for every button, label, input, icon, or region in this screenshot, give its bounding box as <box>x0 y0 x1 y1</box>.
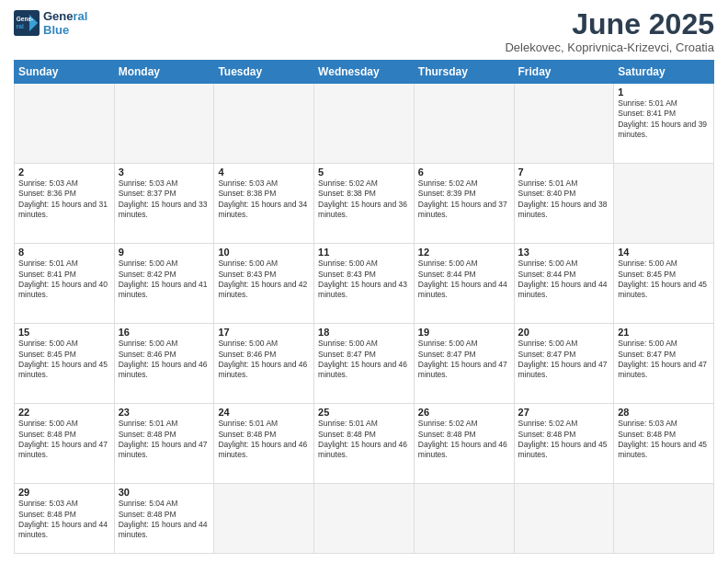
col-friday: Friday <box>514 61 614 84</box>
table-row: 15Sunrise: 5:00 AMSunset: 8:45 PMDayligh… <box>15 324 115 404</box>
day-detail: Sunrise: 5:03 AMSunset: 8:38 PMDaylight:… <box>218 178 310 221</box>
day-detail: Sunrise: 5:00 AMSunset: 8:42 PMDaylight:… <box>119 259 210 301</box>
table-row: 25Sunrise: 5:01 AMSunset: 8:48 PMDayligh… <box>314 404 415 484</box>
table-row: 19Sunrise: 5:00 AMSunset: 8:47 PMDayligh… <box>414 324 514 404</box>
day-detail: Sunrise: 5:00 AMSunset: 8:48 PMDaylight:… <box>18 419 110 461</box>
col-tuesday: Tuesday <box>214 61 314 84</box>
calendar-header-row: Sunday Monday Tuesday Wednesday Thursday… <box>15 61 714 84</box>
day-detail: Sunrise: 5:01 AMSunset: 8:41 PMDaylight:… <box>618 98 710 141</box>
location: Delekovec, Koprivnica-Krizevci, Croatia <box>505 40 714 54</box>
logo-icon: Gene- ral <box>14 10 40 36</box>
day-detail: Sunrise: 5:03 AMSunset: 8:36 PMDaylight:… <box>18 178 110 221</box>
day-number: 7 <box>518 167 610 178</box>
day-detail: Sunrise: 5:00 AMSunset: 8:43 PMDaylight:… <box>218 259 310 301</box>
day-number: 4 <box>218 167 310 178</box>
table-row <box>414 484 514 554</box>
month-title: June 2025 <box>505 9 714 39</box>
day-number: 24 <box>218 407 310 418</box>
day-number: 30 <box>119 487 210 498</box>
table-row: 26Sunrise: 5:02 AMSunset: 8:48 PMDayligh… <box>414 404 514 484</box>
day-detail: Sunrise: 5:00 AMSunset: 8:46 PMDaylight:… <box>218 339 310 381</box>
day-number: 11 <box>318 247 410 258</box>
table-row: 30Sunrise: 5:04 AMSunset: 8:48 PMDayligh… <box>114 484 214 554</box>
day-number: 3 <box>119 167 210 178</box>
table-row: 13Sunrise: 5:00 AMSunset: 8:44 PMDayligh… <box>514 244 614 324</box>
table-row <box>414 84 514 164</box>
svg-text:Gene-: Gene- <box>17 16 33 22</box>
day-detail: Sunrise: 5:02 AMSunset: 8:39 PMDaylight:… <box>418 178 510 221</box>
day-detail: Sunrise: 5:00 AMSunset: 8:43 PMDaylight:… <box>318 259 410 301</box>
col-saturday: Saturday <box>614 61 714 84</box>
table-row: 27Sunrise: 5:02 AMSunset: 8:48 PMDayligh… <box>514 404 614 484</box>
day-detail: Sunrise: 5:00 AMSunset: 8:47 PMDaylight:… <box>618 339 710 381</box>
day-number: 13 <box>518 247 610 258</box>
day-number: 22 <box>18 407 110 418</box>
col-sunday: Sunday <box>15 61 115 84</box>
day-number: 27 <box>518 407 610 418</box>
table-row: 2Sunrise: 5:03 AMSunset: 8:36 PMDaylight… <box>15 164 115 244</box>
day-number: 25 <box>318 407 410 418</box>
table-row <box>514 84 614 164</box>
day-number: 8 <box>18 247 110 258</box>
day-number: 23 <box>119 407 210 418</box>
day-number: 10 <box>218 247 310 258</box>
table-row: 24Sunrise: 5:01 AMSunset: 8:48 PMDayligh… <box>214 404 314 484</box>
col-monday: Monday <box>114 61 214 84</box>
table-row: 18Sunrise: 5:00 AMSunset: 8:47 PMDayligh… <box>314 324 415 404</box>
day-detail: Sunrise: 5:01 AMSunset: 8:40 PMDaylight:… <box>518 178 610 221</box>
table-row: 6Sunrise: 5:02 AMSunset: 8:39 PMDaylight… <box>414 164 514 244</box>
table-row: 7Sunrise: 5:01 AMSunset: 8:40 PMDaylight… <box>514 164 614 244</box>
day-number: 9 <box>119 247 210 258</box>
day-detail: Sunrise: 5:02 AMSunset: 8:48 PMDaylight:… <box>418 419 510 461</box>
table-row <box>214 484 314 554</box>
day-number: 12 <box>418 247 510 258</box>
day-detail: Sunrise: 5:00 AMSunset: 8:46 PMDaylight:… <box>119 339 210 381</box>
day-detail: Sunrise: 5:03 AMSunset: 8:48 PMDaylight:… <box>618 419 710 461</box>
day-detail: Sunrise: 5:04 AMSunset: 8:48 PMDaylight:… <box>119 499 210 541</box>
day-number: 1 <box>618 86 710 98</box>
day-detail: Sunrise: 5:02 AMSunset: 8:48 PMDaylight:… <box>518 419 610 461</box>
day-number: 26 <box>418 407 510 418</box>
day-detail: Sunrise: 5:00 AMSunset: 8:44 PMDaylight:… <box>418 259 510 301</box>
day-number: 14 <box>618 247 710 258</box>
table-row: 16Sunrise: 5:00 AMSunset: 8:46 PMDayligh… <box>114 324 214 404</box>
table-row <box>314 484 415 554</box>
day-number: 16 <box>119 327 210 338</box>
table-row: 4Sunrise: 5:03 AMSunset: 8:38 PMDaylight… <box>214 164 314 244</box>
day-number: 18 <box>318 327 410 338</box>
table-row: 14Sunrise: 5:00 AMSunset: 8:45 PMDayligh… <box>614 244 714 324</box>
header: Gene- ral General Blue June 2025 Delekov… <box>14 9 714 54</box>
day-detail: Sunrise: 5:00 AMSunset: 8:44 PMDaylight:… <box>518 259 610 301</box>
table-row: 22Sunrise: 5:00 AMSunset: 8:48 PMDayligh… <box>15 404 115 484</box>
table-row: 17Sunrise: 5:00 AMSunset: 8:46 PMDayligh… <box>214 324 314 404</box>
day-number: 21 <box>618 327 710 338</box>
table-row <box>614 164 714 244</box>
day-detail: Sunrise: 5:00 AMSunset: 8:45 PMDaylight:… <box>18 339 110 381</box>
table-row <box>614 484 714 554</box>
day-detail: Sunrise: 5:03 AMSunset: 8:48 PMDaylight:… <box>18 499 110 541</box>
day-number: 28 <box>618 407 710 418</box>
day-number: 29 <box>18 487 110 498</box>
day-number: 20 <box>518 327 610 338</box>
day-number: 15 <box>18 327 110 338</box>
day-detail: Sunrise: 5:00 AMSunset: 8:47 PMDaylight:… <box>318 339 410 381</box>
day-number: 2 <box>18 167 110 178</box>
table-row: 28Sunrise: 5:03 AMSunset: 8:48 PMDayligh… <box>614 404 714 484</box>
table-row <box>314 84 415 164</box>
table-row: 29Sunrise: 5:03 AMSunset: 8:48 PMDayligh… <box>15 484 115 554</box>
table-row <box>15 84 115 164</box>
day-detail: Sunrise: 5:00 AMSunset: 8:47 PMDaylight:… <box>518 339 610 381</box>
day-detail: Sunrise: 5:00 AMSunset: 8:47 PMDaylight:… <box>418 339 510 381</box>
table-row: 9Sunrise: 5:00 AMSunset: 8:42 PMDaylight… <box>114 244 214 324</box>
day-detail: Sunrise: 5:01 AMSunset: 8:41 PMDaylight:… <box>18 259 110 301</box>
title-block: June 2025 Delekovec, Koprivnica-Krizevci… <box>505 9 714 54</box>
table-row <box>214 84 314 164</box>
day-number: 19 <box>418 327 510 338</box>
table-row <box>114 84 214 164</box>
day-number: 6 <box>418 167 510 178</box>
table-row: 3Sunrise: 5:03 AMSunset: 8:37 PMDaylight… <box>114 164 214 244</box>
table-row: 23Sunrise: 5:01 AMSunset: 8:48 PMDayligh… <box>114 404 214 484</box>
table-row: 21Sunrise: 5:00 AMSunset: 8:47 PMDayligh… <box>614 324 714 404</box>
day-detail: Sunrise: 5:03 AMSunset: 8:37 PMDaylight:… <box>119 178 210 221</box>
day-detail: Sunrise: 5:01 AMSunset: 8:48 PMDaylight:… <box>318 419 410 461</box>
